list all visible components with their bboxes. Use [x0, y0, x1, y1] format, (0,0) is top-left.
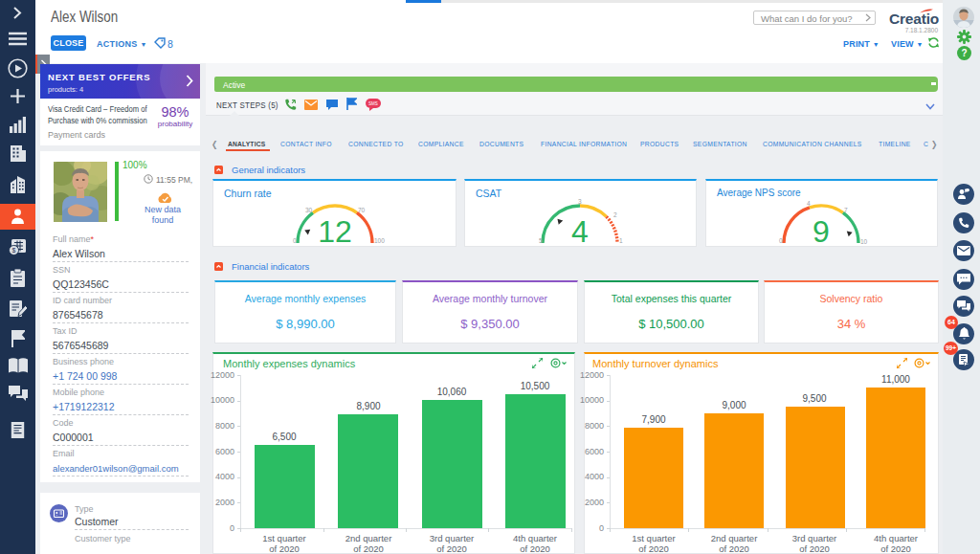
- svg-text:?: ?: [961, 48, 967, 58]
- svg-text:$: $: [12, 247, 16, 254]
- svg-text:SMS: SMS: [368, 101, 378, 106]
